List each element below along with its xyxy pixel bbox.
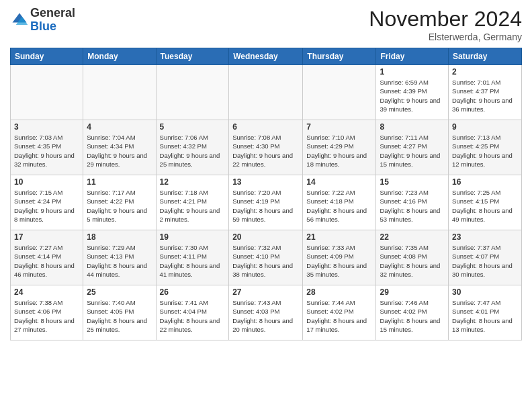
calendar-cell: [303, 65, 376, 120]
calendar-cell: [83, 65, 156, 120]
day-number: 16: [452, 177, 518, 187]
day-info: Sunrise: 7:04 AMSunset: 4:34 PMDaylight:…: [87, 133, 152, 169]
day-info: Sunrise: 7:47 AMSunset: 4:01 PMDaylight:…: [452, 298, 518, 334]
calendar-header-monday: Monday: [83, 48, 156, 65]
calendar-cell: 15Sunrise: 7:23 AMSunset: 4:16 PMDayligh…: [376, 175, 449, 230]
calendar-cell: 3Sunrise: 7:03 AMSunset: 4:35 PMDaylight…: [11, 120, 83, 175]
day-number: 28: [306, 287, 372, 297]
day-number: 25: [87, 287, 152, 297]
calendar-cell: 22Sunrise: 7:35 AMSunset: 4:08 PMDayligh…: [376, 230, 449, 285]
day-info: Sunrise: 7:29 AMSunset: 4:13 PMDaylight:…: [87, 243, 152, 279]
calendar-cell: 23Sunrise: 7:37 AMSunset: 4:07 PMDayligh…: [449, 230, 522, 285]
day-info: Sunrise: 7:18 AMSunset: 4:21 PMDaylight:…: [160, 188, 226, 224]
calendar-cell: 24Sunrise: 7:38 AMSunset: 4:06 PMDayligh…: [11, 285, 83, 340]
calendar-cell: 21Sunrise: 7:33 AMSunset: 4:09 PMDayligh…: [303, 230, 376, 285]
day-info: Sunrise: 7:06 AMSunset: 4:32 PMDaylight:…: [160, 133, 226, 169]
day-info: Sunrise: 7:23 AMSunset: 4:16 PMDaylight:…: [380, 188, 445, 224]
calendar-cell: 28Sunrise: 7:44 AMSunset: 4:02 PMDayligh…: [303, 285, 376, 340]
day-number: 9: [452, 122, 518, 132]
day-number: 13: [232, 177, 299, 187]
day-info: Sunrise: 7:44 AMSunset: 4:02 PMDaylight:…: [306, 298, 372, 334]
calendar-week-row: 17Sunrise: 7:27 AMSunset: 4:14 PMDayligh…: [11, 230, 522, 285]
calendar-cell: 17Sunrise: 7:27 AMSunset: 4:14 PMDayligh…: [11, 230, 83, 285]
day-number: 3: [14, 122, 79, 132]
location: Elsterwerda, Germany: [369, 32, 522, 42]
calendar-cell: 7Sunrise: 7:10 AMSunset: 4:29 PMDaylight…: [303, 120, 376, 175]
calendar-cell: [229, 65, 303, 120]
calendar-cell: [156, 65, 229, 120]
day-number: 27: [232, 287, 299, 297]
calendar-header-thursday: Thursday: [303, 48, 376, 65]
calendar-table: SundayMondayTuesdayWednesdayThursdayFrid…: [10, 48, 522, 340]
day-info: Sunrise: 7:27 AMSunset: 4:14 PMDaylight:…: [14, 243, 79, 279]
day-info: Sunrise: 7:10 AMSunset: 4:29 PMDaylight:…: [306, 133, 372, 169]
day-number: 5: [160, 122, 226, 132]
day-info: Sunrise: 7:11 AMSunset: 4:27 PMDaylight:…: [380, 133, 445, 169]
day-number: 24: [14, 287, 79, 297]
calendar-cell: 1Sunrise: 6:59 AMSunset: 4:39 PMDaylight…: [376, 65, 449, 120]
day-info: Sunrise: 7:30 AMSunset: 4:11 PMDaylight:…: [160, 243, 226, 279]
day-info: Sunrise: 7:43 AMSunset: 4:03 PMDaylight:…: [232, 298, 299, 334]
day-number: 14: [306, 177, 372, 187]
day-number: 2: [452, 67, 518, 77]
day-info: Sunrise: 7:01 AMSunset: 4:37 PMDaylight:…: [452, 78, 518, 113]
day-info: Sunrise: 7:46 AMSunset: 4:02 PMDaylight:…: [380, 298, 445, 334]
day-number: 30: [452, 287, 518, 297]
day-info: Sunrise: 7:13 AMSunset: 4:25 PMDaylight:…: [452, 133, 518, 169]
day-number: 23: [452, 232, 518, 242]
logo-blue-text: Blue: [30, 19, 56, 33]
day-info: Sunrise: 7:17 AMSunset: 4:22 PMDaylight:…: [87, 188, 152, 224]
logo-general-text: General: [30, 6, 75, 19]
day-number: 15: [380, 177, 445, 187]
calendar-header-wednesday: Wednesday: [229, 48, 303, 65]
title-section: November 2024 Elsterwerda, Germany: [369, 7, 522, 42]
calendar-cell: 4Sunrise: 7:04 AMSunset: 4:34 PMDaylight…: [83, 120, 156, 175]
day-info: Sunrise: 7:15 AMSunset: 4:24 PMDaylight:…: [14, 188, 79, 224]
calendar-cell: 18Sunrise: 7:29 AMSunset: 4:13 PMDayligh…: [83, 230, 156, 285]
day-number: 22: [380, 232, 445, 242]
calendar-cell: 29Sunrise: 7:46 AMSunset: 4:02 PMDayligh…: [376, 285, 449, 340]
day-number: 11: [87, 177, 152, 187]
calendar-cell: 20Sunrise: 7:32 AMSunset: 4:10 PMDayligh…: [229, 230, 303, 285]
calendar-week-row: 24Sunrise: 7:38 AMSunset: 4:06 PMDayligh…: [11, 285, 522, 340]
logo: General Blue: [10, 7, 75, 34]
calendar-header-saturday: Saturday: [449, 48, 522, 65]
calendar-cell: 11Sunrise: 7:17 AMSunset: 4:22 PMDayligh…: [83, 175, 156, 230]
calendar-header-friday: Friday: [376, 48, 449, 65]
day-number: 4: [87, 122, 152, 132]
calendar-cell: 13Sunrise: 7:20 AMSunset: 4:19 PMDayligh…: [229, 175, 303, 230]
calendar-header-tuesday: Tuesday: [156, 48, 229, 65]
calendar-cell: 19Sunrise: 7:30 AMSunset: 4:11 PMDayligh…: [156, 230, 229, 285]
logo-icon: [10, 11, 29, 30]
day-info: Sunrise: 7:22 AMSunset: 4:18 PMDaylight:…: [306, 188, 372, 224]
header: General Blue November 2024 Elsterwerda, …: [10, 7, 522, 42]
calendar-cell: 2Sunrise: 7:01 AMSunset: 4:37 PMDaylight…: [449, 65, 522, 120]
calendar-cell: 9Sunrise: 7:13 AMSunset: 4:25 PMDaylight…: [449, 120, 522, 175]
day-number: 1: [380, 67, 445, 77]
day-number: 7: [306, 122, 372, 132]
day-number: 26: [160, 287, 226, 297]
day-info: Sunrise: 7:40 AMSunset: 4:05 PMDaylight:…: [87, 298, 152, 334]
day-info: Sunrise: 7:33 AMSunset: 4:09 PMDaylight:…: [306, 243, 372, 279]
calendar-week-row: 3Sunrise: 7:03 AMSunset: 4:35 PMDaylight…: [11, 120, 522, 175]
calendar-header-sunday: Sunday: [11, 48, 83, 65]
month-title: November 2024: [369, 7, 522, 32]
day-number: 20: [232, 232, 299, 242]
calendar-cell: 8Sunrise: 7:11 AMSunset: 4:27 PMDaylight…: [376, 120, 449, 175]
day-number: 18: [87, 232, 152, 242]
calendar-cell: 6Sunrise: 7:08 AMSunset: 4:30 PMDaylight…: [229, 120, 303, 175]
calendar-cell: 5Sunrise: 7:06 AMSunset: 4:32 PMDaylight…: [156, 120, 229, 175]
day-number: 8: [380, 122, 445, 132]
calendar-cell: 12Sunrise: 7:18 AMSunset: 4:21 PMDayligh…: [156, 175, 229, 230]
calendar-cell: 26Sunrise: 7:41 AMSunset: 4:04 PMDayligh…: [156, 285, 229, 340]
day-info: Sunrise: 7:20 AMSunset: 4:19 PMDaylight:…: [232, 188, 299, 224]
day-info: Sunrise: 7:41 AMSunset: 4:04 PMDaylight:…: [160, 298, 226, 334]
calendar-cell: 16Sunrise: 7:25 AMSunset: 4:15 PMDayligh…: [449, 175, 522, 230]
calendar-week-row: 10Sunrise: 7:15 AMSunset: 4:24 PMDayligh…: [11, 175, 522, 230]
day-info: Sunrise: 7:37 AMSunset: 4:07 PMDaylight:…: [452, 243, 518, 279]
calendar-header-row: SundayMondayTuesdayWednesdayThursdayFrid…: [11, 48, 522, 65]
day-info: Sunrise: 7:35 AMSunset: 4:08 PMDaylight:…: [380, 243, 445, 279]
day-number: 21: [306, 232, 372, 242]
page-container: General Blue November 2024 Elsterwerda, …: [0, 0, 532, 347]
calendar-cell: 27Sunrise: 7:43 AMSunset: 4:03 PMDayligh…: [229, 285, 303, 340]
